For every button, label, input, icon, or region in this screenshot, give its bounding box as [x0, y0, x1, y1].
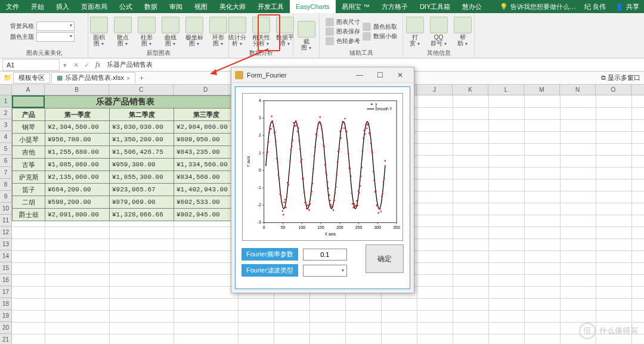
- col-header[interactable]: A: [12, 85, 45, 95]
- user-label[interactable]: 纪 良伟: [580, 2, 611, 11]
- add-tab-button[interactable]: ＋: [137, 73, 146, 82]
- freq-input[interactable]: [303, 249, 347, 261]
- col-header[interactable]: M: [524, 85, 560, 95]
- color-theme-select[interactable]: ▾: [36, 32, 75, 42]
- tab-beautify[interactable]: 美化大师: [213, 0, 252, 13]
- col-header[interactable]: L: [488, 85, 524, 95]
- row-header[interactable]: 20: [0, 322, 12, 334]
- svg-point-108: [324, 164, 326, 166]
- col-header[interactable]: D: [174, 85, 238, 95]
- btn-scatter[interactable]: 散点图 ▾: [112, 17, 134, 47]
- svg-point-157: [365, 124, 367, 126]
- tab-diy[interactable]: DIY工具箱: [414, 0, 456, 13]
- col-header[interactable]: C: [109, 85, 174, 95]
- btn-qq[interactable]: QQ群号 ▾: [428, 17, 450, 47]
- fx-icon[interactable]: fx: [92, 60, 104, 69]
- row-header[interactable]: 7: [0, 167, 12, 179]
- tab-yiyongbao[interactable]: 易用宝 ™: [336, 0, 376, 13]
- filter-combo[interactable]: ▾: [303, 265, 347, 277]
- col-header[interactable]: B: [45, 85, 109, 95]
- row-header[interactable]: 1: [0, 95, 12, 107]
- tab-home[interactable]: 开始: [25, 0, 50, 13]
- name-box[interactable]: A1: [2, 59, 60, 71]
- svg-point-105: [322, 137, 324, 138]
- row-header[interactable]: 21: [0, 334, 12, 344]
- row-header[interactable]: 4: [0, 131, 12, 143]
- svg-point-156: [364, 133, 366, 135]
- tab-data[interactable]: 数据: [138, 0, 163, 13]
- tab-formula[interactable]: 公式: [113, 0, 138, 13]
- tab-layout[interactable]: 页面布局: [75, 0, 113, 13]
- svg-point-158: [366, 128, 368, 129]
- col-header[interactable]: J: [417, 85, 453, 95]
- btn-help[interactable]: 帮助 ▾: [452, 17, 473, 47]
- aux-data-thief[interactable]: 数据小偷: [363, 32, 397, 41]
- aux-chart-size[interactable]: 图表尺寸: [326, 18, 360, 26]
- tab-review[interactable]: 审阅: [163, 0, 188, 13]
- tab-view[interactable]: 视图: [188, 0, 213, 13]
- row-header[interactable]: 5: [0, 143, 12, 155]
- close-tab-icon[interactable]: ×: [126, 75, 130, 82]
- tab-file[interactable]: 文件: [0, 0, 25, 13]
- btn-scatter-icon: [114, 17, 132, 33]
- workbook-tab[interactable]: ▦乐器产品销售表.xlsx×: [51, 72, 135, 83]
- col-header[interactable]: O: [596, 85, 631, 95]
- template-tab[interactable]: 模板专区: [13, 72, 50, 83]
- aux-color-pick[interactable]: 颜色拾取: [363, 23, 397, 31]
- btn-corr[interactable]: 相关性分析 ▾: [250, 17, 272, 47]
- close-button[interactable]: ✕: [390, 69, 410, 82]
- tab-insert[interactable]: 插入: [50, 0, 75, 13]
- row-header[interactable]: 3: [0, 119, 12, 131]
- maximize-button[interactable]: ☐: [370, 69, 390, 82]
- btn-screenshot[interactable]: 截图 ▾: [296, 21, 317, 51]
- fx-confirm[interactable]: ✓: [81, 60, 92, 70]
- svg-text:50: 50: [281, 225, 286, 230]
- row-header[interactable]: 2: [0, 107, 12, 119]
- svg-point-90: [309, 203, 311, 205]
- tab-dev[interactable]: 开发工具: [252, 0, 290, 13]
- svg-point-136: [348, 153, 349, 155]
- tab-ffgz[interactable]: 方方格子: [376, 0, 414, 13]
- row-header[interactable]: 14: [0, 250, 12, 262]
- row-header[interactable]: 11: [0, 215, 12, 227]
- svg-point-130: [343, 122, 345, 123]
- btn-polar[interactable]: 极坐标图 ▾: [184, 17, 205, 47]
- fx-cancel[interactable]: ✕: [70, 60, 81, 70]
- bg-style-select[interactable]: ▾: [36, 21, 75, 31]
- row-header[interactable]: 13: [0, 238, 12, 250]
- col-header[interactable]: N: [560, 85, 596, 95]
- row-header[interactable]: 15: [0, 262, 12, 274]
- row-header[interactable]: 10: [0, 203, 12, 215]
- select-all-corner[interactable]: [0, 85, 12, 95]
- namebox-dropdown[interactable]: ▾: [60, 60, 70, 70]
- col-header[interactable]: K: [453, 85, 488, 95]
- row-header[interactable]: 6: [0, 155, 12, 167]
- aux-chart-save[interactable]: 图表保存: [326, 27, 360, 36]
- row-header[interactable]: 17: [0, 286, 12, 298]
- btn-area[interactable]: 面积图 ▾: [88, 17, 110, 47]
- svg-text:0: 0: [259, 168, 261, 172]
- multi-window-toggle[interactable]: ⧉ 显示多窗口: [601, 73, 640, 82]
- svg-point-75: [297, 131, 299, 132]
- tab-hbg[interactable]: 慧办公: [456, 0, 488, 13]
- svg-point-124: [338, 151, 339, 153]
- row-header[interactable]: 9: [0, 191, 12, 203]
- minimize-button[interactable]: —: [349, 69, 370, 82]
- btn-stats[interactable]: 统计分析 ▾: [227, 17, 248, 47]
- row-header[interactable]: 19: [0, 310, 12, 322]
- tell-me[interactable]: 💡 告诉我您想要做什么…: [496, 2, 580, 11]
- row-header[interactable]: 12: [0, 227, 12, 238]
- btn-curve[interactable]: 曲线图 ▾: [160, 17, 181, 47]
- share-button[interactable]: 👤 共享: [611, 2, 644, 11]
- btn-donate[interactable]: 打赏 ▾: [404, 17, 426, 47]
- aux-color-wheel[interactable]: 色轮参考: [326, 37, 360, 45]
- row-header[interactable]: 8: [0, 179, 12, 191]
- btn-help-icon: [454, 17, 472, 33]
- btn-smooth-icon: [276, 17, 294, 33]
- open-folder-icon[interactable]: 📁: [4, 74, 12, 82]
- ok-button[interactable]: 确定: [366, 244, 404, 273]
- tab-easycharts[interactable]: EasyCharts: [290, 0, 336, 13]
- row-header[interactable]: 16: [0, 274, 12, 286]
- row-header[interactable]: 18: [0, 298, 12, 310]
- btn-bar[interactable]: 柱形图 ▾: [136, 17, 157, 47]
